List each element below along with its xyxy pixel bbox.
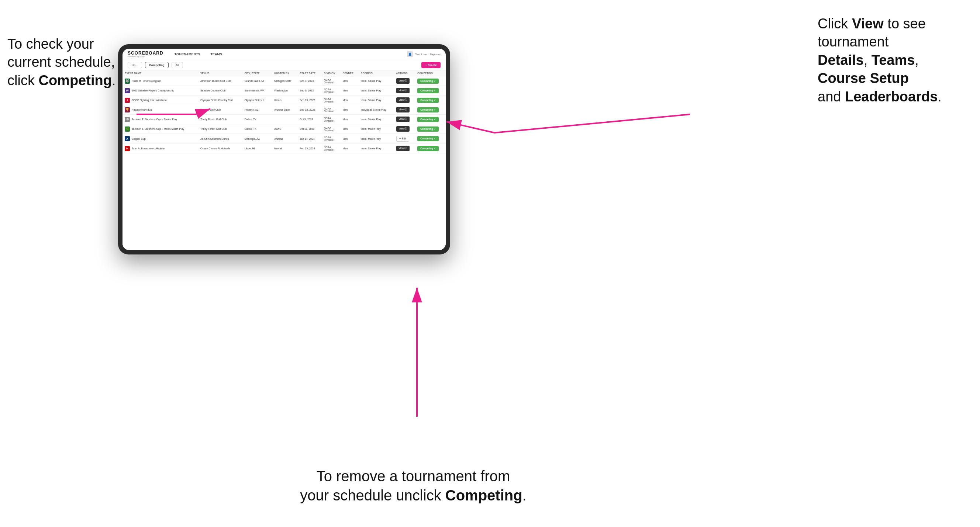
date-cell: Sep 9, 2023 [298, 86, 321, 95]
table-row: H John A. Burns Intercollegiate Ocean Co… [123, 144, 446, 153]
gender-cell: Men [340, 134, 359, 144]
table-row: A Copper Cup Ak-Chin Southern DunesMaric… [123, 134, 446, 144]
competing-button[interactable]: Competing ✓ [417, 136, 439, 141]
competing-button[interactable]: Competing ✓ [417, 98, 439, 103]
col-actions: ACTIONS [394, 70, 415, 76]
competing-cell[interactable]: Competing ✓ [415, 95, 446, 105]
team-logo: ⚙ [125, 117, 130, 122]
create-button[interactable]: + Create [422, 62, 441, 68]
scoring-cell: team, Stroke Play [359, 144, 394, 153]
event-name: Jackson T. Stephens Cup – Men's Match Pl… [132, 128, 184, 130]
competing-button[interactable]: Competing ✓ [417, 79, 439, 84]
ann-tr-coursesetup: Course Setup [818, 70, 909, 86]
event-name: OFCC Fighting Illini Invitational [132, 99, 167, 102]
tablet-device: SCOREBOARD Powered by clippi TOURNAMENTS… [118, 44, 450, 254]
actions-cell[interactable]: View ⓘ [394, 95, 415, 105]
actions-cell[interactable]: View ⓘ [394, 86, 415, 95]
scoring-cell: team, Stroke Play [359, 86, 394, 95]
ann-tr-c2: , [915, 52, 919, 68]
hosted-cell: Hawaii [272, 144, 298, 153]
venue-cell: Olympia Fields Country Club [198, 95, 242, 105]
competing-button[interactable]: Competing ✓ [417, 146, 439, 151]
nav-teams[interactable]: TEAMS [208, 51, 225, 57]
hosted-cell: Illinois [272, 95, 298, 105]
actions-cell[interactable]: View ⓘ [394, 124, 415, 134]
division-cell: NCAADivision I [322, 124, 340, 134]
scoring-cell: team, Match Play [359, 124, 394, 134]
view-button[interactable]: View ⓘ [396, 116, 410, 122]
view-button[interactable]: View ⓘ [396, 126, 410, 132]
competing-button[interactable]: Competing ✓ [417, 117, 439, 122]
col-hosted: HOSTED BY [272, 70, 298, 76]
city-cell: Grand Haven, MI [242, 76, 272, 86]
table-row: 🏆 Papago Individual Papago Golf ClubPhoe… [123, 105, 446, 115]
competing-cell[interactable]: Competing ✓ [415, 76, 446, 86]
col-date: START DATE [298, 70, 321, 76]
date-cell: Feb 15, 2024 [298, 144, 321, 153]
gender-cell: Men [340, 76, 359, 86]
event-name-cell: H John A. Burns Intercollegiate [123, 144, 198, 153]
annotation-competing-bold: Competing [38, 73, 111, 88]
nav-tournaments[interactable]: TOURNAMENTS [172, 51, 202, 57]
actions-cell[interactable]: View ⓘ [394, 115, 415, 124]
date-cell: Sep 4, 2023 [298, 76, 321, 86]
competing-cell[interactable]: Competing ✓ [415, 134, 446, 144]
annotation-top-left-line2: current schedule, [7, 54, 115, 70]
view-button[interactable]: View ⓘ [396, 78, 410, 84]
ann-tr-and: and [818, 89, 845, 104]
division-cell: NCAADivision I [322, 105, 340, 115]
city-cell: Dallas, TX [242, 124, 272, 134]
view-button[interactable]: View ⓘ [396, 97, 410, 103]
ann-b-line1: To remove a tournament from [317, 468, 510, 484]
filter-competing-btn[interactable]: Competing [145, 62, 169, 68]
header-user: 👤 Test User Sign out [407, 51, 441, 57]
ann-tr-leaderboards: Leaderboards [845, 89, 937, 104]
annotation-top-left-line3: click [7, 73, 38, 88]
actions-cell[interactable]: ✏ Edit [394, 134, 415, 144]
competing-cell[interactable]: Competing ✓ [415, 144, 446, 153]
actions-cell[interactable]: View ⓘ [394, 76, 415, 86]
actions-cell[interactable]: View ⓘ [394, 144, 415, 153]
city-cell: Dallas, TX [242, 115, 272, 124]
ann-tr-click: Click [818, 16, 852, 31]
col-gender: GENDER [340, 70, 359, 76]
competing-button[interactable]: Competing ✓ [417, 127, 439, 132]
annotation-bottom: To remove a tournament from your schedul… [288, 467, 539, 505]
edit-button[interactable]: ✏ Edit [396, 136, 409, 141]
view-button[interactable]: View ⓘ [396, 107, 410, 113]
app-header: SCOREBOARD Powered by clippi TOURNAMENTS… [123, 49, 446, 60]
hosted-cell: Washington [272, 86, 298, 95]
competing-cell[interactable]: Competing ✓ [415, 105, 446, 115]
view-button[interactable]: View ⓘ [396, 88, 410, 93]
col-division: DIVISION [322, 70, 340, 76]
event-name-cell: ⚙ Jackson T. Stephens Cup – Stroke Play [123, 115, 198, 124]
filter-all-btn[interactable]: All [172, 62, 183, 68]
gender-cell: Men [340, 124, 359, 134]
ann-b-line2: your schedule unclick [300, 487, 445, 503]
ann-tr-see: to see [884, 16, 926, 31]
table-header-row: EVENT NAME VENUE CITY, STATE HOSTED BY S… [123, 70, 446, 76]
scoring-cell: team, Match Play [359, 134, 394, 144]
actions-cell[interactable]: View ⓘ [394, 105, 415, 115]
venue-cell: Sahalee Country Club [198, 86, 242, 95]
city-cell: Lihue, HI [242, 144, 272, 153]
hosted-cell [272, 115, 298, 124]
user-icon: 👤 [407, 51, 413, 57]
annotation-period: . [112, 73, 116, 88]
venue-cell: American Dunes Golf Club [198, 76, 242, 86]
venue-cell: Trinity Forest Golf Club [198, 124, 242, 134]
view-button[interactable]: View ⓘ [396, 146, 410, 151]
date-cell: Sep 15, 2023 [298, 95, 321, 105]
competing-cell[interactable]: Competing ✓ [415, 86, 446, 95]
scoring-cell: team, Stroke Play [359, 95, 394, 105]
sign-out-link[interactable]: Sign out [430, 53, 441, 56]
competing-cell[interactable]: Competing ✓ [415, 115, 446, 124]
competing-cell[interactable]: Competing ✓ [415, 124, 446, 134]
competing-button[interactable]: Competing ✓ [417, 88, 439, 93]
ann-b-period: . [522, 487, 527, 503]
venue-cell: Papago Golf Club [198, 105, 242, 115]
competing-button[interactable]: Competing ✓ [417, 107, 439, 113]
division-cell: NCAADivision I [322, 76, 340, 86]
user-label: Test User [415, 53, 428, 56]
event-name-cell: I OFCC Fighting Illini Invitational [123, 95, 198, 105]
